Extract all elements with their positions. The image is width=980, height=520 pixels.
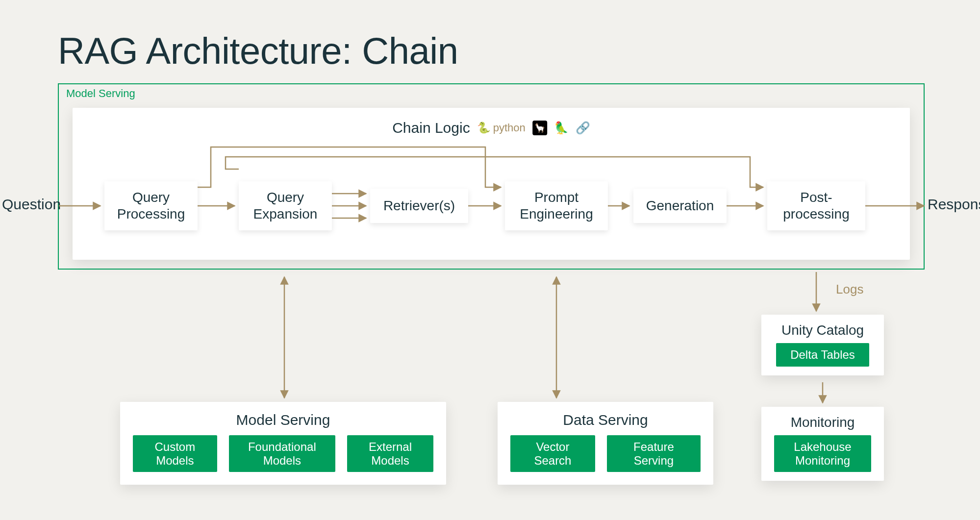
response-label: Response (928, 196, 980, 213)
stage-query-processing: Query Processing (104, 181, 198, 230)
stage-query-expansion: Query Expansion (239, 181, 332, 230)
panel-data-serving: Data Serving Vector Search Feature Servi… (498, 402, 713, 485)
diagram-canvas: RAG Architecture: Chain Model Serving Ch… (0, 0, 980, 520)
panel-data-serving-title: Data Serving (498, 402, 713, 435)
chain-logic-header: Chain Logic 🐍 python 🦙 🦜 🔗 (392, 120, 590, 136)
chain-logic-label: Chain Logic (392, 120, 470, 136)
logs-label: Logs (836, 282, 863, 297)
question-label: Question (2, 196, 61, 213)
pill-feature-serving: Feature Serving (607, 435, 701, 472)
panel-model-serving-title: Model Serving (120, 402, 446, 435)
llama-icon: 🦙 (532, 121, 547, 135)
pill-custom-models: Custom Models (133, 435, 217, 472)
parrot-icon: 🦜 (554, 121, 569, 135)
page-title: RAG Architecture: Chain (58, 29, 458, 72)
pill-delta-tables: Delta Tables (776, 343, 869, 367)
pill-foundational-models: Foundational Models (229, 435, 335, 472)
panel-unity-catalog: Unity Catalog Delta Tables (761, 315, 884, 375)
model-serving-outer-label: Model Serving (66, 87, 135, 100)
stage-post-processing: Post-processing (767, 181, 865, 230)
stage-retrievers: Retriever(s) (370, 189, 468, 223)
panel-monitoring: Monitoring Lakehouse Monitoring (761, 407, 884, 481)
panel-unity-catalog-title: Unity Catalog (761, 315, 884, 343)
stage-prompt-engineering: Prompt Engineering (505, 181, 608, 230)
pill-lakehouse-monitoring: Lakehouse Monitoring (774, 435, 871, 472)
pill-external-models: External Models (347, 435, 433, 472)
panel-model-serving: Model Serving Custom Models Foundational… (120, 402, 446, 485)
pill-vector-search: Vector Search (510, 435, 595, 472)
stage-generation: Generation (633, 189, 727, 223)
panel-monitoring-title: Monitoring (761, 407, 884, 435)
link-icon: 🔗 (576, 121, 590, 135)
python-icon: 🐍 python (477, 122, 526, 134)
